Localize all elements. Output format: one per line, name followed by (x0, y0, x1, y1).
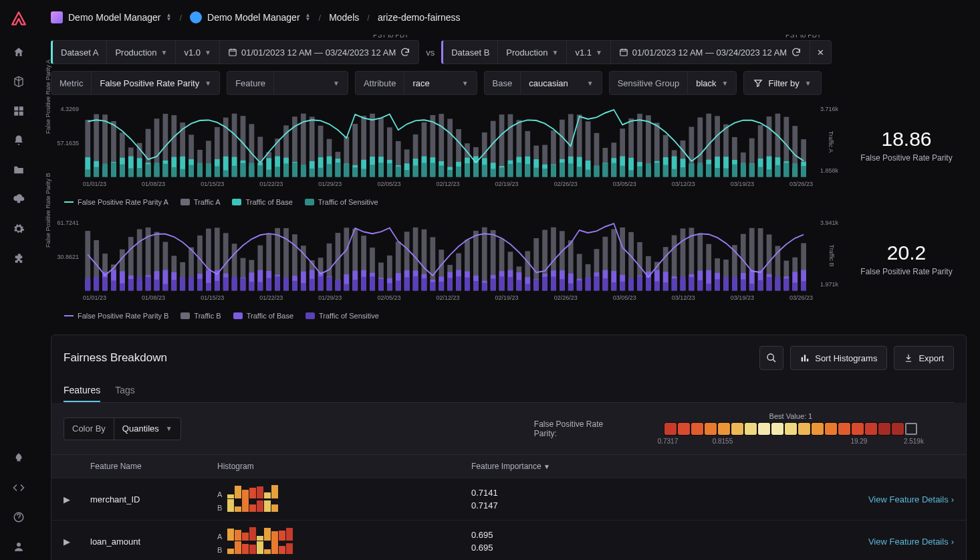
attribute-select[interactable]: Attribute race▼ (355, 71, 477, 95)
svg-rect-178 (568, 163, 574, 177)
code-icon[interactable] (5, 474, 32, 501)
table-row: ▶loan_amountAB0.6950.695View Feature Det… (51, 520, 966, 560)
puzzle-icon[interactable] (5, 245, 32, 272)
color-by-select[interactable]: Color By Quantiles▼ (64, 417, 181, 440)
svg-rect-385 (439, 282, 444, 290)
cloud-upload-icon[interactable] (5, 186, 32, 213)
svg-rect-334 (292, 281, 297, 291)
filter-button[interactable]: Filter by▼ (743, 71, 821, 95)
bell-icon[interactable] (5, 127, 32, 154)
dataset-a-selector: Dataset A Production▼ v1.0▼ 01/01/2023 1… (51, 40, 419, 64)
gear-icon[interactable] (5, 215, 32, 242)
dataset-a-version[interactable]: v1.0▼ (176, 41, 219, 64)
svg-rect-160 (516, 163, 521, 177)
svg-rect-505 (783, 278, 789, 290)
svg-rect-142 (465, 163, 470, 177)
svg-rect-445 (611, 282, 616, 290)
svg-rect-0 (14, 106, 18, 110)
cube-icon[interactable] (5, 68, 32, 95)
svg-rect-511 (801, 281, 806, 290)
home-icon[interactable] (5, 39, 32, 66)
expand-icon[interactable]: ▶ (64, 537, 70, 547)
expand-icon[interactable]: ▶ (64, 494, 70, 504)
dataset-b-daterange[interactable]: 01/01/2023 12 AM — 03/24/2023 12 AM (611, 41, 810, 64)
sensitive-group-select[interactable]: Sensitive Group black▼ (609, 71, 737, 95)
svg-rect-223 (697, 163, 703, 177)
help-icon[interactable] (5, 504, 32, 531)
folder-icon[interactable] (5, 157, 32, 183)
svg-rect-367 (387, 283, 392, 290)
svg-rect-253 (783, 163, 789, 177)
tab-tags[interactable]: Tags (115, 379, 135, 402)
svg-rect-457 (646, 278, 651, 290)
svg-rect-466 (672, 278, 677, 290)
svg-rect-400 (482, 283, 487, 291)
chart-a[interactable]: False Positive Rate Parity A 4.326957.16… (51, 102, 838, 189)
svg-rect-463 (663, 282, 668, 290)
svg-rect-451 (628, 278, 634, 290)
svg-rect-43 (180, 169, 185, 177)
dataset-b-env[interactable]: Production▼ (498, 41, 567, 64)
chevron-updown-icon[interactable]: ▲▼ (305, 13, 311, 21)
dataset-b-remove[interactable]: ✕ (810, 41, 831, 64)
svg-rect-190 (603, 163, 608, 177)
svg-rect-208 (654, 163, 660, 177)
svg-rect-382 (430, 282, 435, 291)
rocket-icon[interactable] (5, 445, 32, 472)
refresh-icon[interactable] (791, 47, 802, 58)
svg-rect-73 (266, 170, 271, 177)
dataset-a-label: Dataset A (53, 41, 107, 64)
breadcrumb-org[interactable]: Demo Model Manager ▲▼ (51, 11, 171, 23)
feature-select[interactable]: Feature ▼ (227, 71, 348, 95)
svg-rect-244 (758, 167, 763, 177)
base-select[interactable]: Base caucasian▼ (484, 71, 602, 95)
view-feature-details-link[interactable]: View Feature Details › (672, 494, 954, 504)
breadcrumb-models[interactable]: Models (329, 12, 359, 23)
svg-rect-256 (792, 163, 798, 177)
fairness-breakdown-card: Fairness Breakdown Sort Histograms Expor… (51, 335, 967, 560)
tab-features[interactable]: Features (64, 379, 100, 402)
svg-rect-262 (85, 278, 90, 290)
refresh-icon[interactable] (400, 47, 410, 58)
sort-desc-icon[interactable]: ▼ (543, 463, 550, 470)
breadcrumb-space[interactable]: Demo Model Manager ▲▼ (190, 11, 310, 23)
svg-rect-166 (533, 168, 539, 177)
svg-rect-175 (560, 163, 565, 177)
chart-b[interactable]: False Positive Rate Parity B 61.724130.8… (51, 215, 838, 302)
logo-icon[interactable] (8, 8, 29, 29)
svg-rect-448 (620, 282, 625, 291)
dataset-a-env[interactable]: Production▼ (107, 41, 176, 64)
user-icon[interactable] (5, 533, 32, 560)
svg-rect-97 (336, 163, 341, 177)
svg-rect-40 (171, 167, 176, 177)
svg-rect-418 (533, 280, 539, 291)
svg-rect-196 (620, 166, 625, 177)
svg-rect-76 (275, 167, 280, 177)
svg-rect-130 (430, 163, 435, 177)
svg-rect-355 (352, 280, 358, 290)
export-button[interactable]: Export (894, 346, 954, 370)
view-feature-details-link[interactable]: View Feature Details › (672, 537, 954, 547)
svg-rect-136 (447, 170, 453, 177)
svg-rect-154 (499, 167, 505, 177)
svg-rect-151 (491, 169, 496, 177)
search-button[interactable] (759, 346, 783, 370)
sort-histograms-button[interactable]: Sort Histograms (790, 346, 887, 370)
dataset-a-daterange[interactable]: 01/01/2023 12 AM — 03/24/2023 12 AM (220, 41, 418, 64)
chevron-updown-icon[interactable]: ▲▼ (166, 13, 172, 21)
svg-rect-295 (180, 277, 185, 290)
svg-rect-430 (568, 284, 574, 291)
svg-rect-187 (594, 165, 600, 177)
svg-rect-415 (525, 284, 530, 290)
svg-rect-118 (396, 167, 401, 177)
calendar-icon (619, 48, 628, 57)
svg-rect-1 (19, 106, 23, 110)
svg-rect-442 (603, 278, 608, 290)
svg-rect-481 (715, 279, 720, 290)
metric-select[interactable]: Metric False Positive Rate Parity▼ (51, 71, 220, 95)
svg-rect-148 (482, 165, 487, 177)
dashboard-icon[interactable] (5, 98, 32, 124)
svg-rect-85 (301, 165, 306, 177)
svg-rect-409 (508, 277, 513, 290)
dataset-b-version[interactable]: v1.1▼ (567, 41, 610, 64)
